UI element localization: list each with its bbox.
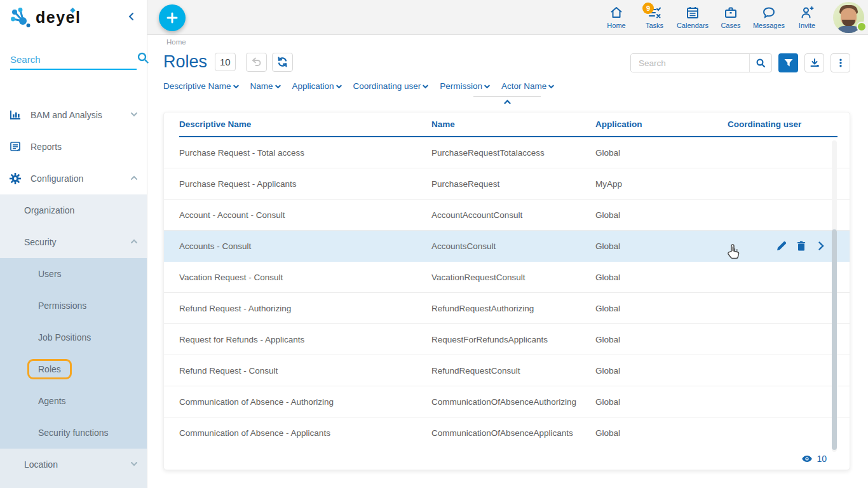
sidebar-item-configuration[interactable]: Configuration [0,163,147,194]
cell-name: CommunicationOfAbsenceApplicants [431,428,595,438]
sidebar-item-location[interactable]: Location [0,449,147,480]
search-icon [756,58,766,68]
nav-calendars[interactable]: Calendars [674,3,712,29]
cell-name: CommunicationOfAbsenceAuthorizing [431,397,595,407]
chevron-down-icon [275,83,281,90]
open-row-button[interactable] [815,240,827,252]
edit-row-button[interactable] [776,240,787,252]
list-search-input[interactable] [631,54,749,72]
cell-application: Global [595,241,728,251]
cell-name: AccountAccountConsult [431,210,595,220]
sidebar-item-permissions[interactable]: Permissions [0,290,147,322]
bar-chart-icon [9,109,22,121]
sidebar-item-label: Location [24,459,58,470]
filter-name[interactable]: Name [250,81,281,91]
cell-application: MyApp [595,179,728,189]
sidebar-item-agents[interactable]: Agents [0,385,147,417]
breadcrumb[interactable]: Home [166,38,186,46]
filter-coordinating-user[interactable]: Coordinating user [353,81,430,91]
cell-descriptive-name: Accounts - Consult [179,241,431,251]
filter-descriptive-name[interactable]: Descriptive Name [163,81,240,91]
sidebar-item-label: Reports [31,142,62,152]
cell-name: PurchaseRequest [431,179,595,189]
table-row[interactable]: Refund Request - Authorizing RefundReque… [164,293,850,324]
sidebar-item-security[interactable]: Security [0,226,147,258]
top-navigation: Home 9 Tasks Calendars Cases Messages In… [597,3,826,29]
logo-caret-accent: ◆ [70,6,76,14]
roles-active-highlight: Roles [27,359,72,379]
sidebar-item-label: Organization [24,205,74,215]
gear-icon [9,172,22,185]
sidebar-item-label: Security functions [38,428,109,438]
sidebar-item-bam-and-analysis[interactable]: BAM and Analysis [0,99,147,131]
chevron-down-icon [484,83,491,90]
cell-descriptive-name: Refund Request - Consult [179,366,431,376]
download-button[interactable] [804,53,824,72]
sidebar-search[interactable] [10,50,137,70]
cell-descriptive-name: Account - Account - Consult [179,210,431,220]
chevron-down-icon [233,83,240,90]
sidebar-item-job-positions[interactable]: Job Positions [0,322,147,353]
filter-application[interactable]: Application [292,81,342,91]
table-row[interactable]: Refund Request - Consult RefundRequestCo… [164,355,850,386]
table-row[interactable]: Request for Refunds - Applicants Request… [164,324,850,355]
filter-actor-name[interactable]: Actor Name [501,81,555,91]
table-row[interactable]: Account - Account - Consult AccountAccou… [164,200,850,231]
table-row[interactable]: Purchase Request - Total access Purchase… [164,137,850,168]
sidebar-search-input[interactable] [10,54,137,65]
column-header-name[interactable]: Name [431,119,595,129]
nav-cases[interactable]: Cases [712,3,750,29]
sidebar-item-roles[interactable]: Roles [0,353,147,385]
search-submit-button[interactable] [749,54,771,72]
cell-descriptive-name: Vacation Request - Consult [179,273,431,282]
nav-messages[interactable]: Messages [750,3,788,29]
sidebar-item-organization[interactable]: Organization [0,194,147,226]
sidebar-item-reports[interactable]: Reports [0,131,147,163]
cell-application: Global [595,397,728,407]
configuration-submenu: Organization Security [0,194,147,258]
nav-home[interactable]: Home [597,3,635,29]
nav-label: Home [607,22,625,29]
table-scrollbar[interactable] [832,140,837,452]
record-count-badge: 10 [215,53,236,71]
cell-descriptive-name: Communication of Absence - Authorizing [179,397,431,407]
plus-icon [166,11,179,24]
table-row[interactable]: Purchase Request - Applicants PurchaseRe… [164,168,850,200]
table-row[interactable]: Communication of Absence - Authorizing C… [164,386,850,417]
chip-label: Actor Name [501,81,546,91]
cell-application: Global [595,304,728,313]
table-row[interactable]: Communication of Absence - Applicants Co… [164,417,850,449]
speech-bubble-icon [761,5,776,20]
search-icon[interactable] [137,51,149,67]
table-scrollbar-thumb[interactable] [832,229,837,450]
security-submenu: Users Permissions Job Positions Roles Ag… [0,258,147,449]
nav-tasks[interactable]: 9 Tasks [635,3,674,29]
filter-permission[interactable]: Permission [440,81,491,91]
sidebar-collapse-button[interactable] [124,11,139,24]
nav-invite[interactable]: Invite [788,3,826,29]
add-new-button[interactable] [159,4,186,31]
table-row-selected[interactable]: Accounts - Consult AccountsConsult Globa… [164,231,850,262]
column-header-coordinating-user[interactable]: Coordinating user [728,119,837,129]
undo-button[interactable] [246,53,267,72]
more-options-button[interactable] [831,53,850,72]
visible-count: 10 [817,454,827,464]
table-row[interactable]: Vacation Request - Consult VacationReque… [164,262,850,293]
filter-button[interactable] [778,53,798,72]
refresh-button[interactable] [272,53,293,72]
cell-application: Global [595,366,728,376]
row-actions [768,231,827,261]
collapse-filters-toggle[interactable] [473,96,541,109]
delete-row-button[interactable] [796,240,807,252]
home-icon [609,5,624,20]
column-header-descriptive-name[interactable]: Descriptive Name [179,119,431,129]
list-search[interactable] [630,53,772,72]
cell-name: RequestForRefundsApplicants [431,335,595,344]
sidebar-menu: BAM and Analysis Reports Configuration O… [0,99,147,488]
sidebar-item-security-functions[interactable]: Security functions [0,417,147,449]
trash-icon [796,240,807,252]
chip-label: Name [250,81,273,91]
sidebar-item-users[interactable]: Users [0,258,147,290]
column-header-application[interactable]: Application [595,119,728,129]
nav-label: Messages [753,22,785,29]
